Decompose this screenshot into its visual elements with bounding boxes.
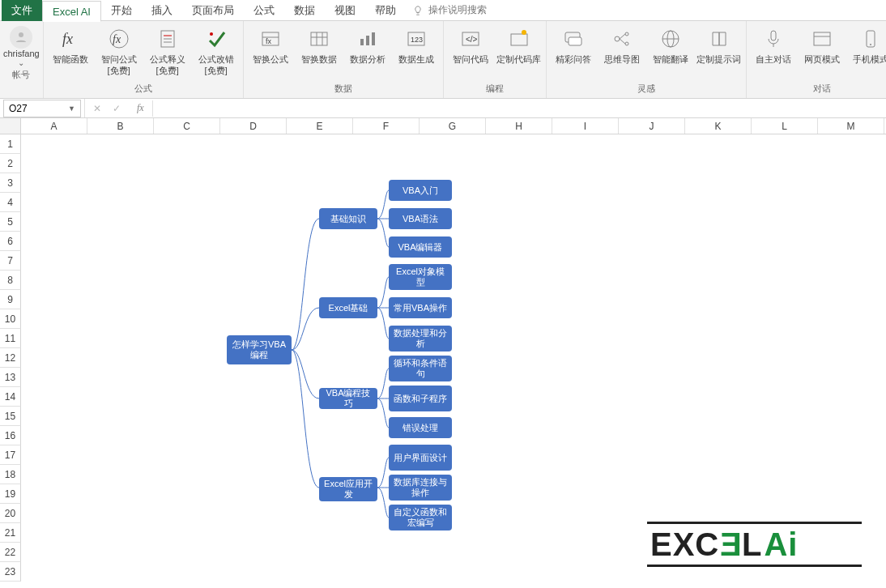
btn-autochat[interactable]: 自主对话 (750, 24, 797, 65)
formula-bar[interactable] (152, 100, 886, 117)
mindmap-root[interactable]: 怎样学习VBA编程 (227, 335, 292, 364)
avatar-icon[interactable] (10, 26, 32, 49)
btn-data-generate[interactable]: 123数据生成 (393, 24, 440, 65)
col-header[interactable]: I (552, 118, 619, 134)
btn-data-analysis[interactable]: 数据分析 (344, 24, 391, 65)
fx-icon[interactable]: fx (137, 102, 144, 114)
btn-code-library[interactable]: 定制代码库 (496, 24, 543, 65)
col-header[interactable]: A (21, 118, 87, 134)
row-header[interactable]: 22 (0, 543, 21, 562)
enter-icon[interactable]: ✓ (113, 103, 121, 114)
mindmap-leaf[interactable]: VBA入门 (389, 180, 452, 201)
row-header[interactable]: 15 (0, 407, 21, 426)
col-header[interactable]: D (220, 118, 287, 134)
row-header[interactable]: 14 (0, 387, 21, 407)
btn-mobile[interactable]: 手机模式 (847, 24, 886, 65)
cells-area[interactable]: 怎样学习VBA编程 基础知识 Excel基础 VBA编程技巧 Excel应用开发… (21, 134, 886, 582)
svg-rect-18 (372, 32, 375, 45)
col-header[interactable]: B (87, 118, 154, 134)
col-header[interactable]: C (154, 118, 220, 134)
cancel-icon[interactable]: ✕ (93, 103, 101, 114)
row-header[interactable]: 23 (0, 562, 21, 582)
row-header[interactable]: 20 (0, 504, 21, 523)
col-header[interactable]: E (287, 118, 353, 134)
row-header[interactable]: 3 (0, 173, 21, 193)
btn-translate[interactable]: 智能翻译 (647, 24, 694, 65)
btn-webmode[interactable]: 网页模式 (799, 24, 846, 65)
mindmap-leaf[interactable]: 自定义函数和宏编写 (389, 505, 452, 530)
ribbon-tabs: 文件 Excel AI 开始 插入 页面布局 公式 数据 视图 帮助 操作说明搜… (0, 0, 886, 21)
mindmap-leaf[interactable]: 错误处理 (389, 417, 452, 438)
row-header[interactable]: 5 (0, 212, 21, 232)
row-header[interactable]: 8 (0, 271, 21, 290)
mindmap-leaf[interactable]: 循环和条件语句 (389, 356, 452, 381)
btn-qa[interactable]: 精彩问答 (550, 24, 597, 65)
col-header[interactable]: K (685, 118, 752, 134)
row-header[interactable]: 16 (0, 426, 21, 445)
col-header[interactable]: J (619, 118, 685, 134)
mindmap-leaf[interactable]: VBA语法 (389, 208, 452, 229)
tab-layout[interactable]: 页面布局 (182, 0, 244, 21)
mindmap-leaf[interactable]: 常用VBA操作 (389, 297, 452, 318)
btn-formula-fix[interactable]: 公式改错 [免费] (193, 24, 240, 76)
col-header[interactable]: M (818, 118, 884, 134)
tab-insert[interactable]: 插入 (142, 0, 182, 21)
row-header[interactable]: 9 (0, 290, 21, 309)
col-header[interactable]: F (353, 118, 420, 134)
mindmap-branch[interactable]: 基础知识 (319, 208, 377, 229)
row-header[interactable]: 17 (0, 445, 21, 465)
row-header[interactable]: 12 (0, 348, 21, 368)
name-box-dropdown-icon[interactable]: ▼ (68, 104, 75, 113)
tab-view[interactable]: 视图 (325, 0, 365, 21)
btn-mindmap[interactable]: 思维导图 (598, 24, 645, 65)
row-header[interactable]: 10 (0, 309, 21, 329)
row-header[interactable]: 1 (0, 134, 21, 154)
name-box[interactable]: O27 ▼ (3, 100, 81, 117)
col-header[interactable]: H (486, 118, 552, 134)
mindmap-branch[interactable]: Excel基础 (319, 297, 377, 318)
svg-point-29 (625, 42, 628, 45)
btn-prompt[interactable]: 定制提示词 (696, 24, 743, 65)
group-formula: fx智能函数 fx智问公式 [免费] 公式释义 [免费] 公式改错 [免费] 公… (44, 21, 244, 98)
mindmap-branch[interactable]: Excel应用开发 (319, 477, 377, 501)
row-header[interactable]: 18 (0, 465, 21, 484)
row-header[interactable]: 11 (0, 329, 21, 348)
row-header[interactable]: 19 (0, 484, 21, 504)
col-header[interactable]: G (420, 118, 486, 134)
mindmap-branch[interactable]: VBA编程技巧 (319, 388, 377, 409)
tab-help[interactable]: 帮助 (365, 0, 406, 21)
svg-line-30 (620, 34, 625, 39)
tab-formula[interactable]: 公式 (244, 0, 284, 21)
tell-me-search[interactable]: 操作说明搜索 (412, 3, 487, 17)
btn-formula-explain[interactable]: 公式释义 [免费] (144, 24, 191, 76)
col-header[interactable]: L (752, 118, 818, 134)
tab-start[interactable]: 开始 (101, 0, 142, 21)
svg-rect-26 (569, 37, 581, 45)
mindmap-leaf[interactable]: 数据处理和分析 (389, 326, 452, 352)
mindmap-leaf[interactable]: 函数和子程序 (389, 386, 452, 411)
svg-text:</>: </> (466, 35, 478, 44)
tab-file[interactable]: 文件 (2, 0, 42, 21)
row-header[interactable]: 4 (0, 193, 21, 212)
mindmap-leaf[interactable]: Excel对象模型 (389, 264, 452, 290)
btn-ask-code[interactable]: </>智问代码 (447, 24, 494, 65)
btn-ask-formula[interactable]: fx智问公式 [免费] (96, 24, 143, 76)
select-all-corner[interactable] (0, 118, 21, 134)
tab-excel-ai[interactable]: Excel AI (42, 1, 101, 22)
btn-smart-function[interactable]: fx智能函数 (47, 24, 94, 65)
mindmap-leaf[interactable]: 数据库连接与操作 (389, 475, 452, 501)
row-header[interactable]: 6 (0, 232, 21, 251)
row-header[interactable]: 13 (0, 368, 21, 387)
row-header[interactable]: 21 (0, 523, 21, 543)
tab-data[interactable]: 数据 (284, 0, 325, 21)
mindmap-leaf[interactable]: VBA编辑器 (389, 236, 452, 258)
account-dropdown[interactable]: ⌄ (18, 58, 24, 67)
mindmap-diagram[interactable]: 怎样学习VBA编程 基础知识 Excel基础 VBA编程技巧 Excel应用开发… (227, 180, 486, 528)
btn-swap-formula[interactable]: fx智换公式 (247, 24, 294, 65)
row-header[interactable]: 2 (0, 154, 21, 173)
book-icon (706, 26, 732, 52)
btn-swap-data[interactable]: 智换数据 (296, 24, 343, 65)
group-chat-label: 对话 (813, 81, 831, 96)
mindmap-leaf[interactable]: 用户界面设计 (389, 445, 452, 471)
row-header[interactable]: 7 (0, 251, 21, 271)
